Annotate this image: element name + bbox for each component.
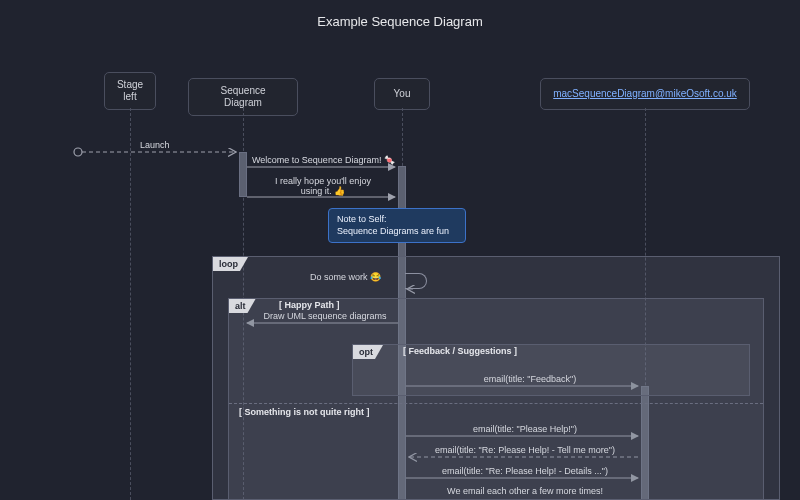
msg-feedback-email: email(title: "Feedback") [430, 374, 630, 384]
lifeline-stage-left [130, 108, 131, 500]
self-loop-icon [405, 273, 427, 289]
participant-stage-left: Stageleft [104, 72, 156, 110]
guard-happy-path: [ Happy Path ] [279, 300, 340, 310]
participant-you: You [374, 78, 430, 110]
alt-divider [229, 403, 763, 404]
msg-help1: email(title: "Please Help!") [420, 424, 630, 434]
msg-draw: Draw UML sequence diagrams [260, 311, 390, 321]
svg-point-0 [74, 148, 82, 156]
msg-launch: Launch [140, 140, 170, 150]
msg-welcome: Welcome to Sequence Diagram! 🍬 [252, 155, 394, 165]
fragment-alt-label: alt [229, 299, 256, 313]
activation-seq-diagram [239, 152, 247, 197]
msg-help3: email(title: "Re: Please Help! - Details… [410, 466, 640, 476]
participant-email-link[interactable]: macSequenceDiagram@mikeOsoft.co.uk [540, 78, 750, 110]
msg-hope: I really hope you'll enjoyusing it. 👍 [252, 176, 394, 196]
msg-help2: email(title: "Re: Please Help! - Tell me… [410, 445, 640, 455]
guard-feedback: [ Feedback / Suggestions ] [403, 346, 517, 356]
msg-work: Do some work 😂 [310, 272, 381, 282]
note-self: Note to Self:Sequence Diagrams are fun [328, 208, 466, 243]
diagram-canvas: Example Sequence Diagram Stageleft Seque… [0, 0, 800, 500]
fragment-opt: opt [ Feedback / Suggestions ] [352, 344, 750, 396]
msg-help4: We email each other a few more times! [410, 486, 640, 496]
fragment-loop-label: loop [213, 257, 248, 271]
fragment-opt-label: opt [353, 345, 383, 359]
guard-else: [ Something is not quite right ] [239, 407, 370, 417]
diagram-title: Example Sequence Diagram [0, 14, 800, 29]
